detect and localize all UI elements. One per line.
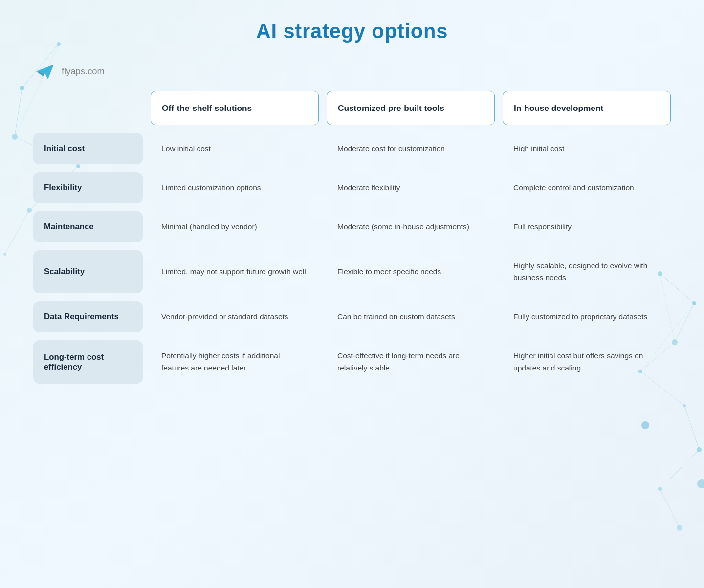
svg-line-7 bbox=[15, 88, 22, 137]
row-label-3: Scalability bbox=[33, 250, 143, 293]
svg-line-24 bbox=[684, 406, 699, 450]
header-col2: Customized pre-built tools bbox=[327, 91, 495, 125]
header-empty-cell bbox=[29, 87, 147, 129]
data-cell-row2-col2: Moderate (some in-house adjustments) bbox=[327, 211, 495, 242]
strategy-table: Off-the-shelf solutions Customized pre-b… bbox=[29, 87, 675, 388]
svg-point-19 bbox=[677, 525, 682, 531]
data-cell-row1-col3: Complete control and customization bbox=[503, 172, 671, 203]
row-label-1: Flexibility bbox=[33, 172, 143, 203]
data-cell-row3-col2: Flexible to meet specific needs bbox=[327, 250, 495, 293]
main-content: AI strategy options flyaps.com Off-the-s… bbox=[29, 20, 675, 388]
svg-point-13 bbox=[692, 301, 696, 305]
svg-point-0 bbox=[20, 86, 24, 90]
svg-line-25 bbox=[660, 450, 699, 489]
data-cell-row2-col1: Minimal (handled by vendor) bbox=[151, 211, 319, 242]
row-label-0: Initial cost bbox=[33, 133, 143, 164]
data-cell-row2-col3: Full responsibility bbox=[503, 211, 671, 242]
svg-point-17 bbox=[697, 447, 702, 452]
svg-point-16 bbox=[683, 404, 686, 407]
svg-line-26 bbox=[660, 489, 680, 528]
svg-point-2 bbox=[12, 134, 18, 140]
svg-point-30 bbox=[697, 479, 704, 488]
data-cell-row5-col1: Potentially higher costs if additional f… bbox=[151, 340, 319, 383]
header-col3: In-house development bbox=[503, 91, 671, 125]
data-cell-row3-col3: Highly scalable, designed to evolve with… bbox=[503, 250, 671, 293]
header-col1: Off-the-shelf solutions bbox=[151, 91, 319, 125]
data-cell-row5-col3: Higher initial cost but offers savings o… bbox=[503, 340, 671, 383]
data-cell-row0-col1: Low initial cost bbox=[151, 133, 319, 164]
data-cell-row1-col2: Moderate flexibility bbox=[327, 172, 495, 203]
row-label-5: Long-term cost efficiency bbox=[33, 340, 143, 383]
data-cell-row4-col1: Vendor-provided or standard datasets bbox=[151, 301, 319, 332]
data-cell-row0-col3: High initial cost bbox=[503, 133, 671, 164]
logo-text: flyaps.com bbox=[62, 66, 105, 77]
data-cell-row4-col3: Fully customized to proprietary datasets bbox=[503, 301, 671, 332]
svg-point-29 bbox=[641, 421, 649, 429]
svg-line-10 bbox=[5, 210, 29, 254]
data-cell-row3-col1: Limited, may not support future growth w… bbox=[151, 250, 319, 293]
data-cell-row1-col1: Limited customization options bbox=[151, 172, 319, 203]
svg-line-21 bbox=[675, 303, 694, 342]
data-cell-row0-col2: Moderate cost for customization bbox=[327, 133, 495, 164]
svg-point-18 bbox=[658, 487, 662, 491]
page-container: AI strategy options flyaps.com Off-the-s… bbox=[0, 0, 704, 588]
row-label-2: Maintenance bbox=[33, 211, 143, 242]
page-title: AI strategy options bbox=[29, 20, 675, 43]
logo-row: flyaps.com bbox=[29, 61, 675, 82]
data-cell-row5-col2: Cost-effective if long-term needs are re… bbox=[327, 340, 495, 383]
data-cell-row4-col2: Can be trained on custom datasets bbox=[327, 301, 495, 332]
svg-marker-31 bbox=[36, 65, 54, 79]
logo-icon bbox=[34, 61, 56, 82]
row-label-4: Data Requirements bbox=[33, 301, 143, 332]
svg-point-5 bbox=[3, 253, 6, 256]
